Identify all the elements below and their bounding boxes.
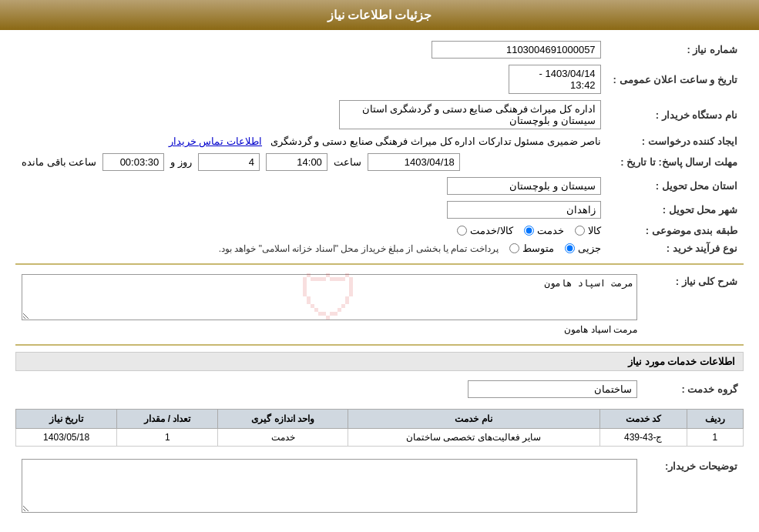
services-table: ردیف کد خدمت نام خدمت واحد اندازه گیری ت… <box>15 409 744 447</box>
mohlat-row: 1403/04/18 ساعت 14:00 4 روز و 00:03:30 س… <box>22 153 601 171</box>
tarikh-display: 1403/04/14 - 13:42 <box>509 65 601 94</box>
page-header: جزئیات اطلاعات نیاز <box>0 0 759 30</box>
tabaqe-kalakhadamat-radio[interactable] <box>457 226 467 236</box>
shahr-value: زاهدان <box>15 198 607 222</box>
tabaqe-value: کالا خدمت کالا/خدمت <box>15 222 607 239</box>
noefarayand-jozi-item: جزیی <box>565 243 601 254</box>
ostan-label: استان محل تحویل : <box>607 174 744 198</box>
sharh-label: شرح کلی نیاز : <box>643 271 744 338</box>
tosih-textarea[interactable] <box>22 459 637 513</box>
noefarayand-motevaset-item: متوسط <box>509 243 554 254</box>
tabaqe-khadamat-label: خدمت <box>537 225 564 236</box>
content-area: شماره نیاز : 1103004691000057 تاریخ و سا… <box>0 30 759 532</box>
sharh-value: 🛡 مرمت اسپاد هامون <box>15 271 643 338</box>
page-wrapper: جزئیات اطلاعات نیاز شماره نیاز : 1103004… <box>0 0 759 532</box>
noefarayand-note: پرداخت تمام یا بخشی از مبلغ خریداز محل "… <box>219 243 499 254</box>
mohlat-roz-label: روز و <box>170 156 192 168</box>
sharh-display-text: مرمت اسپاد هامون <box>564 324 637 335</box>
col-tedad: تعداد / مقدار <box>117 410 218 429</box>
ostan-display: سیستان و بلوچستان <box>447 177 601 195</box>
page-title: جزئیات اطلاعات نیاز <box>327 8 432 22</box>
tarikh-value: 1403/04/14 - 13:42 <box>15 62 607 97</box>
noefarayand-motevaset-radio[interactable] <box>509 243 519 253</box>
shomareNiaz-label: شماره نیاز : <box>607 38 744 62</box>
khadamat-section-title: اطلاعات خدمات مورد نیاز <box>15 352 744 371</box>
namdastgah-label: نام دستگاه خریدار : <box>607 97 744 132</box>
row-radif: 1 <box>687 429 743 447</box>
ijadkonande-label: ایجاد کننده درخواست : <box>607 132 744 150</box>
divider-1 <box>15 263 744 265</box>
tabaqe-radio-group: کالا خدمت کالا/خدمت <box>22 225 601 236</box>
tabaqe-khadamat-radio[interactable] <box>524 226 534 236</box>
tosih-label: توضیحات خریدار: <box>643 456 744 518</box>
sharh-watermark-area: 🛡 <box>22 274 637 323</box>
col-namKhadamat: نام خدمت <box>348 410 599 429</box>
mohlat-roz: 4 <box>198 153 260 171</box>
mohlat-value: 1403/04/18 ساعت 14:00 4 روز و 00:03:30 س… <box>15 150 607 174</box>
tosih-value <box>15 456 643 518</box>
noefarayand-radio-group: جزیی متوسط پرداخت تمام یا بخشی از مبلغ خ… <box>22 243 601 254</box>
tabaqe-khadamat-item: خدمت <box>524 225 564 236</box>
groh-table: گروه خدمت : ساختمان <box>15 377 744 401</box>
groh-label: گروه خدمت : <box>643 377 744 401</box>
tabaqe-kala-label: کالا <box>588 225 601 236</box>
tabaqe-kalakhadamat-label: کالا/خدمت <box>470 225 513 236</box>
namdastgah-value: اداره کل میراث فرهنگی صنایع دستی و گردشگ… <box>15 97 607 132</box>
shahr-display: زاهدان <box>447 201 601 219</box>
row-tedad: 1 <box>117 429 218 447</box>
sharh-textarea[interactable] <box>22 274 637 320</box>
noefarayand-value: جزیی متوسط پرداخت تمام یا بخشی از مبلغ خ… <box>15 239 607 257</box>
table-row: 1 ج-43-439 سایر فعالیت‌های تخصصی ساختمان… <box>16 429 744 447</box>
tarikh-label: تاریخ و ساعت اعلان عمومی : <box>607 62 744 97</box>
mohlat-saat: 14:00 <box>266 153 327 171</box>
mohlat-saat-label: ساعت <box>334 156 361 168</box>
sharh-table: شرح کلی نیاز : 🛡 مرمت اسپاد هامون <box>15 271 744 338</box>
tabaqe-label: طبقه بندی موضوعی : <box>607 222 744 239</box>
shomareNiaz-value: 1103004691000057 <box>15 38 607 62</box>
noefarayand-jozi-radio[interactable] <box>565 243 575 253</box>
row-tarikh: 1403/05/18 <box>16 429 117 447</box>
col-vahed: واحد اندازه گیری <box>218 410 348 429</box>
ijadkonande-text: ناصر ضمیری مسئول تدارکات اداره کل میراث … <box>270 136 601 147</box>
col-kodKhadamat: کد خدمت <box>599 410 687 429</box>
tabaqe-kala-item: کالا <box>575 225 601 236</box>
row-kodKhadamat: ج-43-439 <box>599 429 687 447</box>
groh-display: ساختمان <box>468 380 637 398</box>
namdastgah-display: اداره کل میراث فرهنگی صنایع دستی و گردشگ… <box>339 100 601 129</box>
mohlat-tarikh: 1403/04/18 <box>368 153 460 171</box>
info-table: شماره نیاز : 1103004691000057 تاریخ و سا… <box>15 38 744 257</box>
ijadkonande-value: ناصر ضمیری مسئول تدارکات اداره کل میراث … <box>15 132 607 150</box>
divider-2 <box>15 344 744 346</box>
noefarayand-jozi-label: جزیی <box>578 243 601 254</box>
tosih-table: توضیحات خریدار: <box>15 456 744 518</box>
shahr-label: شهر محل تحویل : <box>607 198 744 222</box>
tabaqe-kala-radio[interactable] <box>575 226 585 236</box>
mohlat-saatMande: 00:03:30 <box>102 153 164 171</box>
row-vahed: خدمت <box>218 429 348 447</box>
mohlat-saatMande-label: ساعت باقی مانده <box>22 156 96 168</box>
col-tarikh: تاریخ نیاز <box>16 410 117 429</box>
noefarayand-label: نوع فرآیند خرید : <box>607 239 744 257</box>
col-radif: ردیف <box>687 410 743 429</box>
groh-value: ساختمان <box>15 377 643 401</box>
services-section: ردیف کد خدمت نام خدمت واحد اندازه گیری ت… <box>15 409 744 447</box>
ostan-value: سیستان و بلوچستان <box>15 174 607 198</box>
row-namKhadamat: سایر فعالیت‌های تخصصی ساختمان <box>348 429 599 447</box>
shomareNiaz-display: 1103004691000057 <box>432 41 601 59</box>
noefarayand-motevaset-label: متوسط <box>522 243 554 254</box>
mohlat-label: مهلت ارسال پاسخ: تا تاریخ : <box>607 150 744 174</box>
ijadkonande-link[interactable]: اطلاعات تماس خریدار <box>169 136 262 147</box>
tabaqe-kalakhadamat-item: کالا/خدمت <box>457 225 513 236</box>
